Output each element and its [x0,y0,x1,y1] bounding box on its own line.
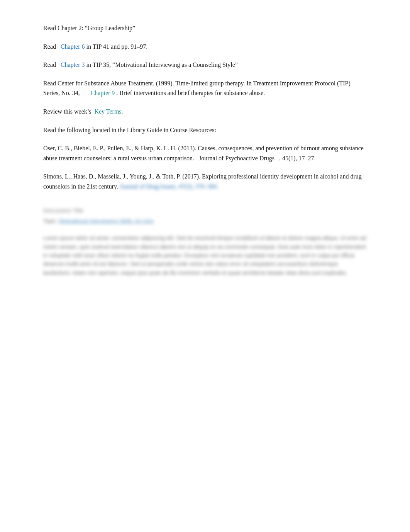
review-text: this week’s [64,108,91,115]
read-label-4: Read [43,80,56,87]
reading-item-4: Read Center for Substance Abuse Treatmen… [43,78,367,98]
chapter-6-link[interactable]: Chapter 6 [61,43,85,50]
review-label: Review [43,108,62,115]
blurred-body: Topic: Motivational Interviewing Skills:… [43,217,367,277]
blurred-header: Discussion Title [43,207,367,214]
blurred-header-text: Discussion Title [43,207,83,214]
citation-2-link[interactable]: Journal of Drug Issues, 47(3), 370–384. [120,183,218,190]
blurred-topic-link[interactable]: Motivational Interviewing Skills: An Int… [59,218,154,224]
chapter-9-link[interactable]: Chapter 9 [91,90,115,96]
read-suffix-2: in TIP 41 and pp. 91–97. [86,43,148,50]
citation-2: Simons, L., Haas, D., Massella, J., Youn… [43,172,367,191]
reading-item-2: Read Chapter 6 in TIP 41 and pp. 91–97. [43,42,367,52]
read-label-3: Read [43,61,56,68]
chapter-3-link[interactable]: Chapter 3 [61,61,85,68]
citation-1: Oser, C. B., Biebel, E. P., Pullen, E., … [43,143,367,163]
blurred-discussion-section: Discussion Title Topic: Motivational Int… [43,207,367,277]
citation-1-text: Oser, C. B., Biebel, E. P., Pullen, E., … [43,145,364,161]
read-suffix-4: . Brief interventions and brief therapie… [116,90,265,96]
review-item-1: Review this week’s Key Terms. [43,107,367,117]
read-label-2: Read [43,43,56,50]
key-terms-link[interactable]: Key Terms [94,108,121,115]
read-text-1: Chapter 2: “Group Leadership” [56,25,135,31]
read-following-text: Read the following located in the Librar… [43,127,216,133]
reading-item-3: Read Chapter 3 in TIP 35, “Motivational … [43,60,367,70]
blurred-prefix: Topic: [43,218,59,224]
blurred-body-text: Lorem ipsum dolor sit amet, consectetur … [43,235,366,276]
page-content: Read Chapter 2: “Group Leadership” Read … [0,0,410,300]
read-label-1: Read [43,25,56,31]
reading-item-1: Read Chapter 2: “Group Leadership” [43,23,367,33]
review-suffix: . [122,108,123,115]
read-suffix-3: in TIP 35, “Motivational Interviewing as… [86,61,238,68]
read-following: Read the following located in the Librar… [43,125,367,135]
